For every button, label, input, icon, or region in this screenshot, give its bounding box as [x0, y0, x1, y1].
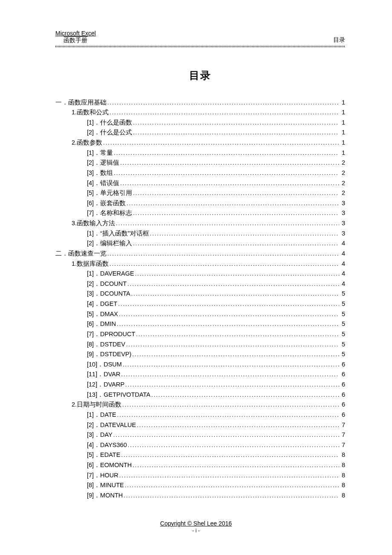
toc-entry[interactable]: 二．函数速查一览4 — [55, 249, 345, 259]
toc-entry-label: [3]．数组 — [87, 168, 113, 178]
toc-entry-page: 4 — [340, 279, 345, 289]
toc-leader — [133, 118, 339, 128]
toc-entry-label: [4]．错误值 — [87, 178, 119, 189]
toc-entry-page: 3 — [340, 198, 345, 209]
toc-entry[interactable]: [2]．DATEVALUE7 — [55, 420, 345, 430]
toc-leader — [103, 138, 339, 148]
toc-leader — [119, 471, 339, 481]
toc-leader — [121, 369, 339, 380]
toc-entry[interactable]: [3]．DCOUNTA5 — [55, 289, 345, 299]
toc-leader — [121, 450, 339, 460]
toc-entry-page: 2 — [340, 188, 345, 198]
toc-entry[interactable]: [3]．数组2 — [55, 168, 345, 178]
toc-entry[interactable]: [5]．DMAX5 — [55, 309, 345, 320]
toc-leader — [133, 128, 339, 138]
toc-entry[interactable]: [1]．常量1 — [55, 148, 345, 158]
toc-entry-page: 8 — [340, 471, 345, 481]
toc-entry[interactable]: [5]．EDATE8 — [55, 450, 345, 460]
toc-entry[interactable]: [4]．DAYS3607 — [55, 440, 345, 450]
toc-entry[interactable]: [6]．DMIN5 — [55, 319, 345, 329]
toc-entry[interactable]: [10]．DSUM6 — [55, 360, 345, 370]
toc-entry[interactable]: [1]．DATE6 — [55, 410, 345, 420]
table-of-contents: 一．函数应用基础11.函数和公式1[1]．什么是函数1[2]．什么是公式12.函… — [55, 98, 345, 501]
toc-entry[interactable]: 1.数据库函数4 — [55, 259, 345, 269]
toc-entry[interactable]: [7]．HOUR8 — [55, 471, 345, 481]
toc-entry-label: [1]．什么是函数 — [87, 118, 132, 128]
toc-entry-page: 4 — [340, 269, 345, 279]
toc-entry[interactable]: [6]．EOMONTH8 — [55, 460, 345, 471]
toc-entry[interactable]: [8]．DSTDEV5 — [55, 340, 345, 350]
toc-entry-label: [7]．名称和标志 — [87, 208, 132, 218]
toc-entry[interactable]: [1]．DAVERAGE4 — [55, 269, 345, 279]
toc-entry-label: 1.函数和公式 — [72, 108, 109, 118]
toc-entry[interactable]: 2.日期与时间函数6 — [55, 400, 345, 410]
toc-entry-label: [1]．“插入函数”对话框 — [87, 229, 149, 239]
toc-entry-page: 8 — [340, 460, 345, 471]
toc-entry[interactable]: [7]．名称和标志3 — [55, 208, 345, 218]
toc-entry[interactable]: [2]．DCOUNT4 — [55, 279, 345, 289]
toc-entry[interactable]: [8]．MINUTE8 — [55, 480, 345, 491]
toc-leader — [114, 148, 339, 158]
toc-entry[interactable]: [2]．编辑栏输入4 — [55, 238, 345, 249]
toc-entry[interactable]: 1.函数和公式1 — [55, 108, 345, 118]
toc-leader — [132, 349, 339, 360]
toc-entry[interactable]: [11]．DVAR6 — [55, 369, 345, 380]
toc-entry-page: 4 — [340, 238, 345, 249]
toc-entry-label: [4]．DGET — [87, 299, 117, 309]
toc-entry-page: 7 — [340, 420, 345, 430]
toc-entry-page: 5 — [340, 309, 345, 320]
toc-entry[interactable]: [3]．DAY7 — [55, 430, 345, 440]
toc-entry-page: 6 — [340, 380, 345, 390]
toc-entry[interactable]: [9]．DSTDEVP)5 — [55, 349, 345, 360]
toc-entry[interactable]: [4]．错误值2 — [55, 178, 345, 189]
toc-entry[interactable]: [1]．什么是函数1 — [55, 118, 345, 128]
toc-entry-label: DVAR — [104, 369, 120, 380]
toc-entry-label: [3]．DAY — [87, 430, 112, 440]
toc-leader — [117, 319, 339, 329]
toc-entry-page: 1 — [340, 108, 345, 118]
toc-leader — [127, 279, 339, 289]
toc-entry-page: 1 — [340, 148, 345, 158]
toc-entry-page: 8 — [340, 491, 345, 501]
toc-entry-label: 2.日期与时间函数 — [72, 400, 121, 410]
toc-leader — [133, 208, 339, 218]
toc-entry[interactable]: [1]．“插入函数”对话框3 — [55, 229, 345, 239]
toc-leader — [150, 229, 339, 239]
page-title: 目录 — [55, 69, 345, 82]
toc-entry-page: 2 — [340, 178, 345, 189]
toc-entry-page: 6 — [340, 369, 345, 380]
toc-entry[interactable]: 2.函数参数1 — [55, 138, 345, 148]
toc-entry[interactable]: 一．函数应用基础1 — [55, 98, 345, 108]
toc-leader — [133, 188, 339, 198]
toc-leader — [133, 238, 339, 249]
toc-entry-page: 5 — [340, 289, 345, 299]
toc-leader — [110, 259, 339, 269]
toc-entry[interactable]: [6]．嵌套函数3 — [55, 198, 345, 209]
toc-entry[interactable]: [2]．逻辑值2 — [55, 158, 345, 168]
toc-entry-label: [1]．DATE — [87, 410, 116, 420]
toc-entry-label: 2.函数参数 — [72, 138, 102, 148]
toc-entry-page: 7 — [340, 430, 345, 440]
toc-entry[interactable]: [9]．MONTH8 — [55, 491, 345, 501]
toc-entry-label: [5]．DMAX — [87, 309, 118, 320]
toc-entry[interactable]: [2]．什么是公式1 — [55, 128, 345, 138]
toc-entry-page: 2 — [340, 158, 345, 168]
toc-entry[interactable]: [5]．单元格引用2 — [55, 188, 345, 198]
toc-entry-page: 5 — [340, 329, 345, 340]
toc-leader — [126, 340, 339, 350]
toc-entry-page: 3 — [340, 218, 345, 229]
toc-leader — [135, 269, 339, 279]
toc-leader — [125, 480, 339, 491]
toc-entry[interactable]: [7]．DPRODUCT5 — [55, 329, 345, 340]
toc-entry[interactable]: 3.函数输入方法3 — [55, 218, 345, 229]
toc-leader — [116, 218, 339, 229]
toc-entry[interactable]: [4]．DGET5 — [55, 299, 345, 309]
toc-leader — [117, 410, 339, 420]
toc-leader — [110, 108, 339, 118]
toc-entry[interactable]: [12]．DVARP6 — [55, 380, 345, 390]
toc-entry-prefix: [11]． — [87, 369, 104, 380]
toc-entry-label: [3]．DCOUNTA — [87, 289, 130, 299]
header-title-line2: 函数手册 — [55, 37, 96, 44]
toc-entry[interactable]: [13]．GETPIVOTDATA6 — [55, 390, 345, 400]
toc-entry-label: [1]．常量 — [87, 148, 113, 158]
